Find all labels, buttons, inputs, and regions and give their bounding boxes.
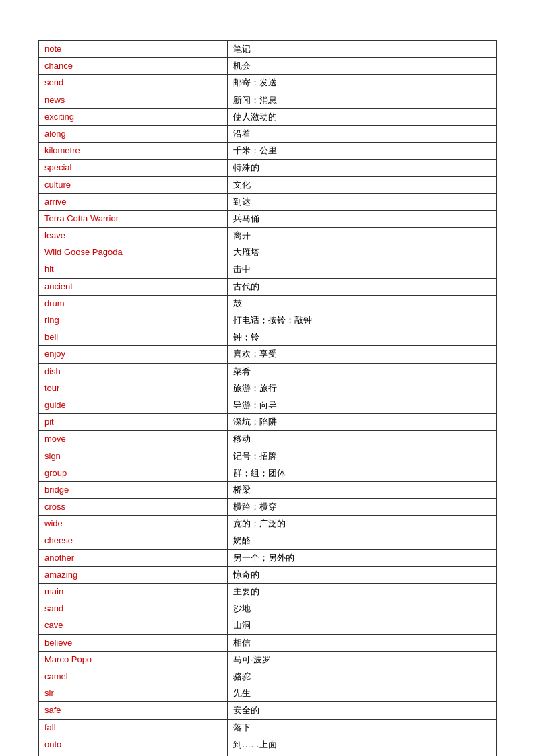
english-word: bell <box>39 329 228 346</box>
table-row: wide宽的；广泛的 <box>39 516 497 532</box>
chinese-translation: 大雁塔 <box>228 244 497 261</box>
english-word: ancient <box>39 278 228 295</box>
english-word: main <box>39 584 228 600</box>
table-row: special特殊的 <box>39 160 497 176</box>
english-word: enjoy <box>39 346 228 363</box>
table-row: note笔记 <box>39 41 497 58</box>
chinese-translation: 兵马俑 <box>228 210 497 227</box>
english-word: tour <box>39 380 228 397</box>
chinese-translation: 新闻；消息 <box>228 92 497 108</box>
english-word: leave <box>39 228 228 244</box>
chinese-translation: 打电话；按铃；敲钟 <box>228 312 497 329</box>
chinese-translation: 菜肴 <box>228 363 497 380</box>
chinese-translation: 导游；向导 <box>228 397 497 413</box>
english-word: culture <box>39 176 228 193</box>
chinese-translation: 山洞 <box>228 617 497 634</box>
table-row: dish菜肴 <box>39 363 497 380</box>
chinese-translation: 沿着 <box>228 125 497 142</box>
english-word: news <box>39 92 228 108</box>
chinese-translation: 文化 <box>228 176 497 193</box>
table-row: sir先生 <box>39 685 497 702</box>
english-word: note <box>39 41 228 58</box>
english-word: exciting <box>39 108 228 125</box>
table-row: cave山洞 <box>39 617 497 634</box>
table-row: fall落下 <box>39 719 497 736</box>
chinese-translation: 宽的；广泛的 <box>228 516 497 532</box>
chinese-translation: 深坑；陷阱 <box>228 414 497 431</box>
english-word: hit <box>39 261 228 278</box>
table-row: believe相信 <box>39 634 497 651</box>
english-word: ring <box>39 312 228 329</box>
chinese-translation: 古代的 <box>228 278 497 295</box>
chinese-translation: 奶酪 <box>228 532 497 549</box>
chinese-translation: 喜欢；享受 <box>228 346 497 363</box>
english-word: fall <box>39 719 228 736</box>
english-word: arrive <box>39 193 228 210</box>
english-word: Terra Cotta Warrior <box>39 210 228 227</box>
english-word: chance <box>39 58 228 75</box>
english-word: move <box>39 431 228 448</box>
english-word: cave <box>39 617 228 634</box>
english-word: group <box>39 465 228 481</box>
table-row: another另一个；另外的 <box>39 549 497 566</box>
chinese-translation: 到……上面 <box>228 736 497 753</box>
english-word: cheese <box>39 532 228 549</box>
chinese-translation: 击中 <box>228 261 497 278</box>
chinese-translation: 哇（因高兴而欢呼） <box>228 753 497 756</box>
table-row: leave离开 <box>39 228 497 244</box>
table-row: pit深坑；陷阱 <box>39 414 497 431</box>
table-row: drum鼓 <box>39 295 497 312</box>
table-row: arrive到达 <box>39 193 497 210</box>
chinese-translation: 横跨；横穿 <box>228 499 497 516</box>
english-word: believe <box>39 634 228 651</box>
table-row: Wild Goose Pagoda大雁塔 <box>39 244 497 261</box>
english-word: guide <box>39 397 228 413</box>
chinese-translation: 特殊的 <box>228 160 497 176</box>
chinese-translation: 群；组；团体 <box>228 465 497 481</box>
chinese-translation: 鼓 <box>228 295 497 312</box>
table-row: chance机会 <box>39 58 497 75</box>
table-row: cross横跨；横穿 <box>39 499 497 516</box>
chinese-translation: 到达 <box>228 193 497 210</box>
table-row: yay哇（因高兴而欢呼） <box>39 753 497 756</box>
english-word: sir <box>39 685 228 702</box>
chinese-translation: 使人激动的 <box>228 108 497 125</box>
chinese-translation: 旅游；旅行 <box>228 380 497 397</box>
table-row: Terra Cotta Warrior兵马俑 <box>39 210 497 227</box>
table-row: amazing惊奇的 <box>39 566 497 583</box>
english-word: amazing <box>39 566 228 583</box>
table-row: group群；组；团体 <box>39 465 497 481</box>
chinese-translation: 骆驼 <box>228 668 497 685</box>
table-row: enjoy喜欢；享受 <box>39 346 497 363</box>
english-word: camel <box>39 668 228 685</box>
table-row: camel骆驼 <box>39 668 497 685</box>
english-word: drum <box>39 295 228 312</box>
english-word: along <box>39 125 228 142</box>
table-row: tour旅游；旅行 <box>39 380 497 397</box>
table-row: onto到……上面 <box>39 736 497 753</box>
english-word: Wild Goose Pagoda <box>39 244 228 261</box>
chinese-translation: 邮寄；发送 <box>228 75 497 92</box>
table-row: exciting使人激动的 <box>39 108 497 125</box>
table-row: cheese奶酪 <box>39 532 497 549</box>
table-row: main主要的 <box>39 584 497 600</box>
english-word: special <box>39 160 228 176</box>
chinese-translation: 先生 <box>228 685 497 702</box>
english-word: Marco Popo <box>39 651 228 668</box>
vocabulary-table: note笔记chance机会send邮寄；发送news新闻；消息exciting… <box>38 40 497 756</box>
english-word: safe <box>39 702 228 719</box>
chinese-translation: 千米；公里 <box>228 143 497 160</box>
table-row: news新闻；消息 <box>39 92 497 108</box>
table-row: safe安全的 <box>39 702 497 719</box>
english-word: yay <box>39 753 228 756</box>
table-row: ancient古代的 <box>39 278 497 295</box>
english-word: send <box>39 75 228 92</box>
table-row: Marco Popo马可·波罗 <box>39 651 497 668</box>
english-word: dish <box>39 363 228 380</box>
chinese-translation: 惊奇的 <box>228 566 497 583</box>
chinese-translation: 相信 <box>228 634 497 651</box>
chinese-translation: 安全的 <box>228 702 497 719</box>
table-row: bridge桥梁 <box>39 481 497 498</box>
chinese-translation: 记号；招牌 <box>228 448 497 465</box>
table-row: send邮寄；发送 <box>39 75 497 92</box>
